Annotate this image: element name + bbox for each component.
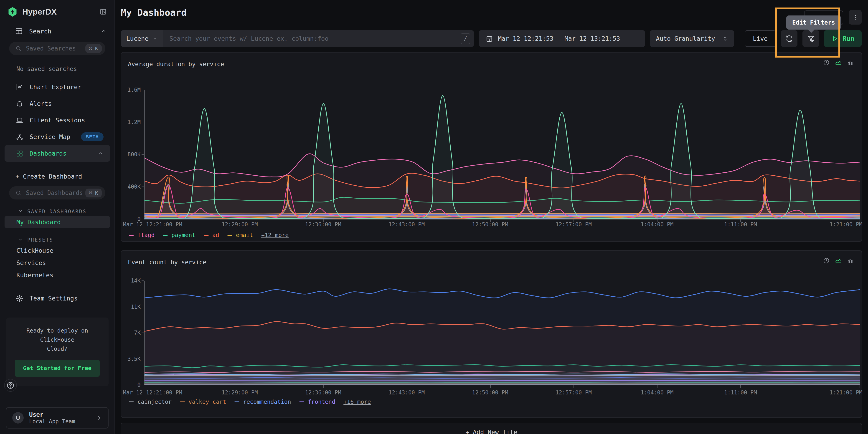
legend-label: cainjector — [137, 399, 172, 405]
x-axis-label: 12:36:00 PM — [305, 390, 341, 396]
y-tick-mark — [142, 280, 144, 281]
legend-more-link[interactable]: +12 more — [261, 232, 288, 238]
sidebar-item-dashboards[interactable]: Dashboards — [5, 145, 110, 162]
legend-item-cainjector[interactable]: cainjector — [129, 399, 172, 405]
x-axis-labels: Mar 12 12:21:00 PM12:29:00 PM12:36:00 PM… — [144, 390, 860, 396]
chevron-down-icon — [18, 208, 23, 215]
overflow-menu-button[interactable] — [849, 10, 862, 25]
run-button[interactable]: Run — [824, 30, 862, 47]
chart-toolbar — [823, 257, 854, 264]
search-icon — [16, 45, 21, 52]
search-icon — [16, 190, 21, 196]
saved-dashboards-input[interactable]: Saved Dashboards ⌘ K — [9, 186, 105, 199]
sidebar-item-alerts[interactable]: Alerts — [5, 95, 110, 112]
sidebar-item-label: Team Settings — [30, 295, 78, 302]
granularity-select[interactable]: Auto Granularity — [650, 30, 734, 47]
chevron-up-icon — [98, 151, 103, 157]
help-button[interactable] — [4, 379, 17, 392]
create-dashboard-button[interactable]: + Create Dashboard — [0, 169, 115, 183]
date-range-picker[interactable]: Mar 12 12:21:53 - Mar 12 13:21:53 — [479, 30, 645, 47]
line-chart-icon[interactable] — [835, 257, 842, 264]
search-section-icon — [15, 27, 23, 35]
sidebar-nav: Chart ExplorerAlertsClient SessionsServi… — [0, 79, 115, 162]
chart-plot-area[interactable]: 1.6M1.2M800K400K0 — [144, 90, 860, 220]
get-started-button[interactable]: Get Started for Free — [15, 360, 100, 377]
legend-label: flagd — [137, 232, 155, 238]
y-tick-mark — [142, 187, 144, 187]
y-tick-mark — [142, 154, 144, 155]
saved-dashboards-group-header[interactable]: SAVED DASHBOARDS — [18, 208, 115, 215]
y-tick-mark — [142, 385, 144, 385]
sidebar-collapse-icon[interactable] — [99, 8, 107, 15]
legend-item-valkey-cart[interactable]: valkey-cart — [180, 399, 226, 405]
clickhouse-cloud-promo: Ready to deploy on ClickHouse Cloud? Get… — [6, 318, 108, 386]
x-axis-label: 12:29:00 PM — [222, 221, 258, 228]
chart-legend: cainjectorvalkey-cartrecommendationfront… — [129, 399, 371, 405]
presets-list: ClickHouseServicesKubernetes — [0, 244, 115, 281]
saved-dashboards-placeholder: Saved Dashboards — [26, 190, 83, 196]
x-axis-label: 12:43:00 PM — [389, 221, 425, 228]
chart-tile-average-duration: Average duration by service 1.6M1.2M800K… — [121, 52, 862, 242]
legend-item-ad[interactable]: ad — [204, 232, 219, 238]
grid-icon — [16, 150, 24, 157]
hyperdx-logo-icon — [8, 7, 17, 17]
x-axis-label: 1:04:00 PM — [641, 390, 674, 396]
x-tick-mark — [323, 385, 324, 388]
y-axis-label: 14K — [131, 277, 141, 284]
x-axis-label: 12:36:00 PM — [305, 221, 341, 228]
main-content: My Dashboard s Lucene Search your events… — [115, 0, 868, 434]
legend-dash — [204, 235, 209, 236]
event-search-input[interactable]: Lucene Search your events w/ Lucene ex. … — [121, 30, 474, 47]
sidebar-item-client-sessions[interactable]: Client Sessions — [5, 112, 110, 129]
chevron-down-icon — [152, 36, 158, 41]
preset-link-kubernetes[interactable]: Kubernetes — [5, 269, 110, 281]
legend-item-flagd[interactable]: flagd — [129, 232, 155, 238]
dashboard-link-my-dashboard[interactable]: My Dashboard — [5, 216, 110, 228]
y-tick-mark — [142, 90, 144, 90]
legend-item-recommendation[interactable]: recommendation — [235, 399, 291, 405]
presets-group-header[interactable]: PRESETS — [18, 237, 115, 243]
page-title: My Dashboard — [121, 7, 187, 18]
laptop-icon — [16, 116, 24, 124]
preset-link-clickhouse[interactable]: ClickHouse — [5, 244, 110, 256]
live-button[interactable]: Live — [745, 30, 776, 47]
play-icon — [831, 35, 838, 42]
x-tick-mark — [240, 385, 240, 388]
legend-item-payment[interactable]: payment — [163, 232, 195, 238]
filter-edit-icon — [807, 35, 815, 43]
sidebar-item-search[interactable]: Search — [0, 24, 115, 39]
legend-item-email[interactable]: email — [227, 232, 253, 238]
edit-filters-tooltip: Edit Filters — [786, 15, 841, 30]
legend-more-link[interactable]: +16 more — [343, 399, 371, 405]
legend-dash — [227, 235, 232, 236]
sidebar: HyperDX Search Saved Searches ⌘ K No sav… — [0, 0, 115, 434]
legend-item-frontend[interactable]: frontend — [299, 399, 335, 405]
sidebar-item-chart-explorer[interactable]: Chart Explorer — [5, 79, 110, 95]
time-range-icon[interactable] — [823, 59, 830, 66]
sidebar-item-service-map[interactable]: Service MapBETA — [5, 129, 110, 145]
user-menu[interactable]: U User Local App Team — [6, 407, 108, 429]
x-axis-label: 1:11:00 PM — [724, 390, 757, 396]
legend-label: payment — [172, 232, 195, 238]
add-new-tile-button[interactable]: + Add New Tile — [121, 423, 862, 434]
preset-link-services[interactable]: Services — [5, 257, 110, 269]
bar-chart-icon[interactable] — [847, 59, 854, 66]
x-axis-label: 12:29:00 PM — [222, 390, 258, 396]
y-tick-mark — [142, 219, 144, 219]
query-language-select[interactable]: Lucene — [121, 30, 163, 47]
saved-searches-input[interactable]: Saved Searches ⌘ K — [9, 42, 105, 55]
bar-chart-icon[interactable] — [847, 257, 854, 264]
legend-label: valkey-cart — [189, 399, 226, 405]
refresh-button[interactable] — [781, 30, 798, 47]
legend-label: ad — [212, 232, 219, 238]
sidebar-item-label: Chart Explorer — [30, 84, 82, 91]
chart-title: Average duration by service — [128, 61, 224, 68]
sidebar-item-label: Client Sessions — [30, 117, 85, 124]
sidebar-item-label: Alerts — [30, 100, 52, 107]
sidebar-item-team-settings[interactable]: Team Settings — [5, 290, 110, 307]
time-range-icon[interactable] — [823, 257, 830, 264]
app-root: HyperDX Search Saved Searches ⌘ K No sav… — [0, 0, 868, 434]
slash-shortcut-badge: / — [461, 33, 470, 44]
chart-plot-area[interactable]: 14K11K7K3.5K0 — [144, 281, 860, 385]
line-chart-icon[interactable] — [835, 59, 842, 66]
